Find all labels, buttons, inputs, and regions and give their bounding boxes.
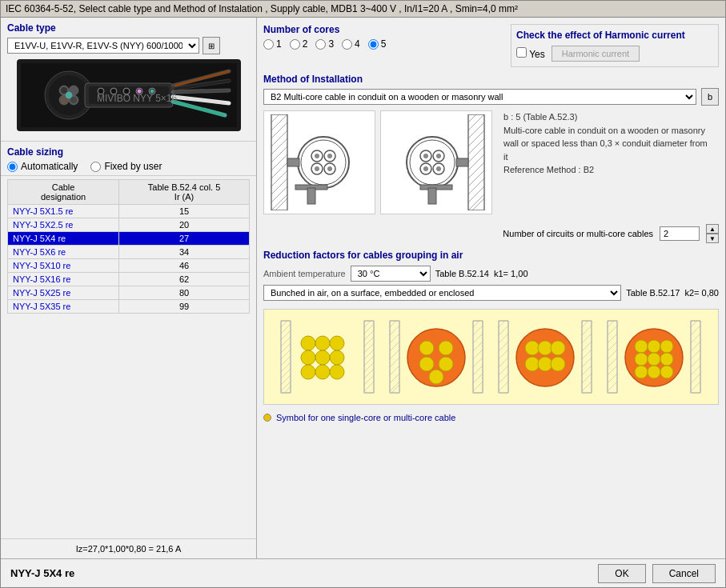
cable-designation-cell: NYY-J 5X16 re (8, 273, 119, 286)
table-row[interactable]: NYY-J 5X16 re62 (8, 273, 250, 286)
diagram-images (263, 110, 492, 214)
cores-block: Number of cores 1 2 3 4 5 (263, 24, 504, 67)
svg-point-176 (439, 357, 453, 371)
method-description: b : 5 (Table A.52.3) Multi-core cable in… (499, 110, 719, 177)
svg-rect-66 (307, 188, 315, 204)
diagram-svg-1 (267, 114, 371, 210)
fixed-radio-item[interactable]: Fixed by user (90, 161, 162, 172)
k1-value: k1= 1,00 (494, 269, 528, 278)
svg-point-140 (315, 365, 330, 379)
ir-cell: 80 (119, 286, 250, 300)
cable-select-row: E1VV-U, E1VV-R, E1VV-S (NYY) 600/1000 V … (7, 37, 250, 54)
sizing-radio-row: Automatically Fixed by user (7, 161, 250, 172)
table2-label: Table B.52.17 (626, 288, 680, 298)
harmonic-check-label[interactable]: Yes (516, 47, 545, 60)
grouping-image (263, 309, 719, 405)
iz-formula: Iz=27,0*1,00*0,80 = 21,6 A (1, 538, 256, 558)
title-bar: IEC 60364-5-52, Select cable type and Me… (1, 1, 725, 18)
svg-point-210 (551, 341, 565, 355)
table-row[interactable]: NYY-J 5X25 re80 (8, 286, 250, 300)
svg-point-248 (648, 353, 660, 366)
cable-image: MIVIBO NYY 5×16 (17, 59, 241, 131)
top-right-row: Number of cores 1 2 3 4 5 Check the effe… (263, 24, 719, 67)
svg-line-31 (175, 90, 229, 92)
svg-point-93 (436, 154, 441, 158)
cable-designation-cell: NYY-J 5X10 re (8, 259, 119, 273)
symbol-link[interactable]: Symbol for one single-core or multi-core… (276, 413, 455, 422)
table-row[interactable]: NYY-J 5X10 re46 (8, 259, 250, 273)
result-cable-label: NYY-J 5X4 re (10, 567, 74, 579)
svg-point-211 (525, 357, 539, 371)
cable-type-section: Cable type E1VV-U, E1VV-R, E1VV-S (NYY) … (1, 18, 256, 142)
svg-point-134 (315, 336, 330, 350)
svg-point-9 (70, 87, 77, 94)
ir-cell: 62 (119, 273, 250, 286)
bunched-row: Bunched in air, on a surface, embedded o… (263, 285, 719, 301)
table1-label: Table B.52.14 (435, 269, 489, 278)
cable-sizing-label: Cable sizing (7, 146, 250, 158)
core-2-item[interactable]: 2 (290, 38, 308, 50)
bottom-buttons: OK Cancel (598, 564, 716, 583)
method-diagrams: b : 5 (Table A.52.3) Multi-core cable in… (263, 110, 719, 214)
fixed-radio[interactable] (90, 162, 101, 172)
circuits-down-btn[interactable]: ▼ (706, 234, 719, 243)
auto-radio-item[interactable]: Automatically (7, 161, 78, 172)
auto-radio[interactable] (7, 162, 18, 172)
svg-point-61 (327, 154, 332, 158)
svg-point-8 (61, 87, 67, 94)
core-1-radio[interactable] (263, 39, 274, 50)
k2-value: k2= 0,80 (684, 288, 719, 298)
core-5-item[interactable]: 5 (368, 38, 387, 50)
svg-point-252 (660, 366, 673, 378)
cable-type-icon-btn[interactable]: ⊞ (203, 37, 220, 54)
left-panel: Cable type E1VV-U, E1VV-R, E1VV-S (NYY) … (1, 18, 257, 558)
svg-rect-98 (428, 188, 436, 204)
harmonic-checkbox[interactable] (516, 47, 527, 58)
cable-type-select[interactable]: E1VV-U, E1VV-R, E1VV-S (NYY) 600/1000 V (7, 38, 199, 54)
diagram-box-2 (380, 110, 492, 214)
svg-rect-96 (456, 158, 468, 166)
svg-point-7 (66, 92, 72, 98)
circuits-up-btn[interactable]: ▲ (706, 224, 719, 234)
right-panel: Number of cores 1 2 3 4 5 Check the effe… (257, 18, 725, 558)
grouping-svg (279, 313, 704, 401)
diagram-svg-2 (384, 114, 488, 210)
bunched-select[interactable]: Bunched in air, on a surface, embedded o… (263, 285, 621, 301)
ambient-row: Ambient temperature 30 °C Table B.52.14 … (263, 266, 719, 282)
svg-point-136 (301, 350, 315, 365)
core-5-radio[interactable] (368, 39, 379, 50)
ambient-select[interactable]: 30 °C (351, 266, 431, 282)
b-button[interactable]: b (701, 88, 719, 106)
svg-point-92 (423, 154, 428, 158)
table-row[interactable]: NYY-J 5X4 re27 (8, 232, 250, 246)
core-3-radio[interactable] (315, 39, 326, 50)
cable-designation-cell: NYY-J 5X2.5 re (8, 218, 119, 232)
harmonic-button[interactable]: Harmonic current (552, 46, 640, 62)
circuits-input[interactable] (660, 226, 700, 241)
reduction-title: Reduction factors for cables grouping in… (263, 250, 719, 261)
core-2-radio[interactable] (290, 39, 300, 50)
table-row[interactable]: NYY-J 5X6 re34 (8, 246, 250, 259)
cancel-button[interactable]: Cancel (652, 564, 716, 583)
circuits-label: Number of circuits or multi-core cables (503, 229, 653, 238)
symbol-row: Symbol for one single-core or multi-core… (263, 410, 719, 426)
main-window: IEC 60364-5-52, Select cable type and Me… (0, 0, 726, 588)
table-row[interactable]: NYY-J 5X1.5 re15 (8, 205, 250, 218)
method-select[interactable]: B2 Multi-core cable in conduit on a wood… (263, 89, 696, 105)
svg-point-245 (648, 340, 660, 353)
cable-designation-cell: NYY-J 5X1.5 re (8, 205, 119, 218)
bottom-bar: NYY-J 5X4 re OK Cancel (1, 558, 725, 587)
core-3-item[interactable]: 3 (315, 38, 334, 50)
svg-point-175 (419, 357, 434, 371)
harmonic-block: Check the effect of Harmonic current Yes… (511, 24, 719, 67)
core-4-item[interactable]: 4 (342, 38, 360, 50)
svg-point-177 (429, 370, 443, 384)
core-4-radio[interactable] (342, 39, 352, 50)
table-row[interactable]: NYY-J 5X35 re99 (8, 300, 250, 314)
ir-cell: 27 (119, 232, 250, 246)
core-1-item[interactable]: 1 (263, 38, 282, 50)
ok-button[interactable]: OK (598, 564, 645, 583)
svg-point-137 (315, 350, 330, 365)
table-row[interactable]: NYY-J 5X2.5 re20 (8, 218, 250, 232)
ir-cell: 20 (119, 218, 250, 232)
